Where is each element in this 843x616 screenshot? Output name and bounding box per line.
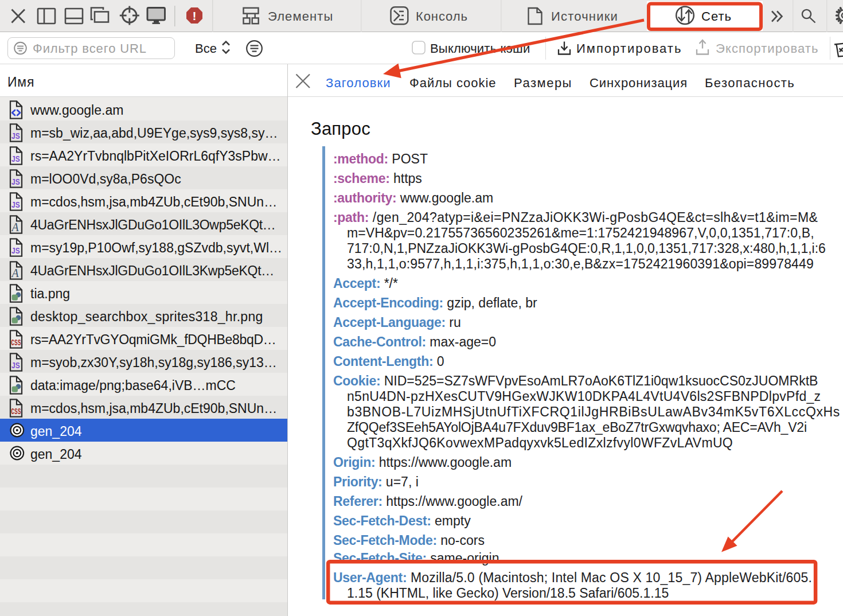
svg-text:JS: JS — [11, 200, 20, 209]
svg-text:JS: JS — [11, 154, 20, 163]
svg-text:JS: JS — [11, 361, 20, 370]
svg-text:A: A — [11, 220, 19, 234]
svg-text:css: css — [11, 337, 21, 348]
svg-text:!: ! — [193, 9, 197, 22]
svg-text:JS: JS — [11, 131, 20, 141]
svg-text:A: A — [11, 266, 19, 280]
svg-text:JS: JS — [11, 246, 20, 255]
svg-text:JS: JS — [11, 177, 20, 186]
svg-text:css: css — [11, 406, 21, 416]
